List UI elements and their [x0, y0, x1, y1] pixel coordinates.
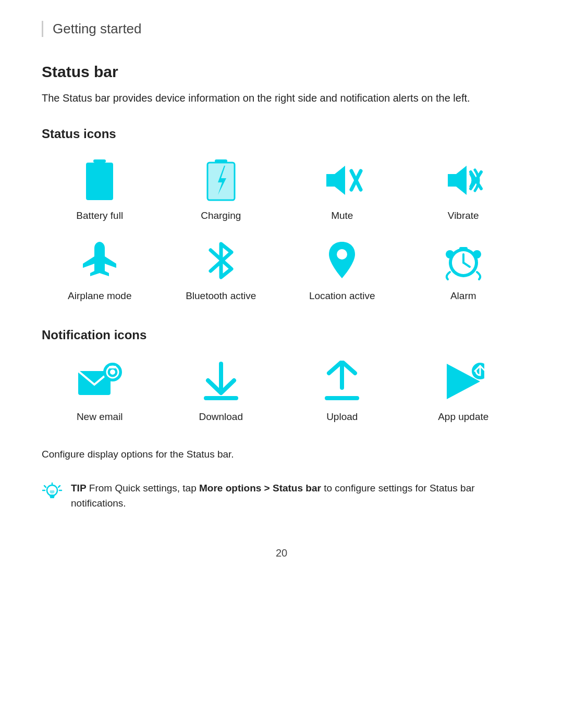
svg-rect-1: [86, 163, 113, 200]
section-title: Status bar: [42, 63, 521, 81]
tip-text-content: TIP From Quick settings, tap More option…: [71, 481, 521, 511]
bluetooth-active-icon: [198, 237, 244, 284]
tip-label: TIP: [71, 483, 87, 493]
icon-new-email: New email: [42, 358, 158, 423]
page-number: 20: [42, 547, 521, 559]
notification-icons-grid: New email Download Upload: [42, 358, 521, 423]
icon-battery-full: Battery full: [42, 157, 158, 221]
icon-mute: Mute: [284, 157, 400, 221]
icon-upload: Upload: [284, 358, 400, 423]
section-desc: The Status bar provides device informati…: [42, 90, 521, 106]
icon-vibrate: Vibrate: [406, 157, 522, 221]
battery-full-label: Battery full: [76, 210, 123, 221]
icon-bluetooth: Bluetooth active: [163, 237, 279, 302]
app-update-icon: [440, 358, 487, 405]
icon-download: Download: [163, 358, 279, 423]
tip-intro: From Quick settings, tap: [87, 483, 199, 493]
tip-box: TIP From Quick settings, tap More option…: [42, 476, 521, 516]
svg-line-33: [58, 486, 60, 487]
battery-full-icon: [76, 157, 123, 204]
tip-bold-text: More options > Status bar: [199, 483, 321, 493]
svg-line-34: [44, 486, 46, 487]
location-active-label: Location active: [309, 290, 375, 302]
airplane-mode-icon: [76, 237, 123, 284]
location-active-icon: [319, 237, 365, 284]
mute-label: Mute: [331, 210, 353, 221]
svg-rect-24: [109, 366, 116, 368]
upload-icon: [319, 358, 365, 405]
alarm-label: Alarm: [450, 290, 476, 302]
svg-point-19: [473, 250, 481, 258]
new-email-icon: [76, 358, 123, 405]
svg-rect-37: [50, 495, 55, 497]
icon-app-update: App update: [406, 358, 522, 423]
alarm-icon: [440, 237, 487, 284]
bluetooth-active-label: Bluetooth active: [186, 290, 256, 302]
svg-marker-9: [448, 166, 467, 195]
vibrate-icon: [440, 157, 487, 204]
svg-point-30: [472, 363, 484, 379]
notification-icons-title: Notification icons: [42, 328, 521, 342]
svg-point-23: [110, 369, 115, 375]
svg-rect-0: [93, 159, 106, 163]
status-icons-grid: Battery full Charging Mute: [42, 157, 521, 302]
configure-text: Configure display options for the Status…: [42, 449, 521, 460]
page-header-title: Getting started: [53, 21, 142, 36]
icon-airplane: Airplane mode: [42, 237, 158, 302]
icon-location: Location active: [284, 237, 400, 302]
svg-point-18: [446, 250, 454, 258]
vibrate-label: Vibrate: [448, 210, 479, 221]
charging-icon: [198, 157, 244, 204]
upload-label: Upload: [326, 411, 358, 423]
svg-marker-6: [326, 166, 345, 195]
mute-icon: [319, 157, 365, 204]
icon-charging: Charging: [163, 157, 279, 221]
icon-alarm: Alarm: [406, 237, 522, 302]
tip-lightbulb-icon: [42, 482, 63, 503]
status-icons-title: Status icons: [42, 127, 521, 141]
svg-point-12: [337, 249, 347, 260]
charging-label: Charging: [201, 210, 241, 221]
airplane-mode-label: Airplane mode: [68, 290, 132, 302]
download-icon: [198, 358, 244, 405]
page-header: Getting started: [42, 21, 521, 37]
download-label: Download: [199, 411, 243, 423]
svg-rect-38: [50, 497, 54, 498]
app-update-label: App update: [438, 411, 488, 423]
new-email-label: New email: [77, 411, 123, 423]
svg-rect-17: [459, 247, 468, 250]
